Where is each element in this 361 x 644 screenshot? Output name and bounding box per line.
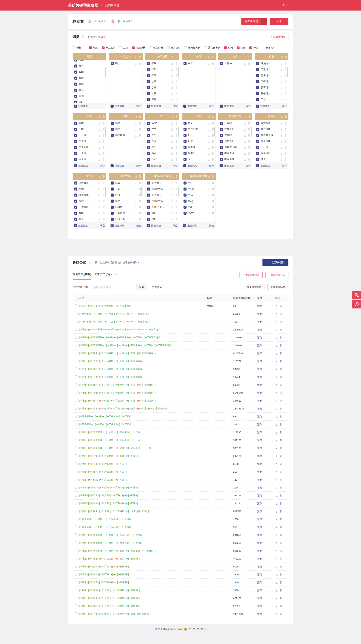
row-checkbox[interactable] [75,415,78,418]
preview-link[interactable]: 预览 [257,320,262,323]
word-item-checkbox[interactable] [74,82,77,86]
delete-icon[interactable] [212,152,214,154]
row-checkbox[interactable] [75,486,78,489]
clear-button[interactable]: 清空 [173,224,178,228]
delete-icon[interactable] [175,152,178,154]
search-button[interactable]: 搜索 [137,284,147,290]
word-item-checkbox[interactable] [147,158,150,161]
delete-icon[interactable] [139,122,141,124]
delete-icon[interactable] [280,494,282,497]
export-all-keywords-button[interactable]: 导出全部关键词 [262,259,288,266]
delete-icon[interactable] [280,344,282,347]
word-item-checkbox[interactable] [256,68,259,71]
row-checkbox[interactable] [75,565,78,568]
delete-icon[interactable] [284,140,287,142]
edit-icon[interactable] [171,86,173,89]
word-item-checkbox[interactable] [74,60,77,62]
edit-icon[interactable] [135,175,138,178]
edit-icon[interactable] [208,212,210,214]
delete-icon[interactable] [280,478,282,481]
word-item-checkbox[interactable] [111,134,114,137]
word-item-checkbox[interactable] [184,194,186,196]
word-item-checkbox[interactable] [256,152,259,155]
word-item-checkbox[interactable] [220,128,223,131]
word-item-checkbox[interactable] [256,92,259,95]
preview-link[interactable]: 预览 [257,344,262,347]
delete-icon[interactable] [248,56,250,58]
delete-icon[interactable] [102,188,105,190]
delete-icon[interactable] [280,566,282,568]
delete-icon[interactable] [102,194,105,196]
edit-icon[interactable] [275,486,278,489]
delete-icon[interactable] [280,558,282,560]
edit-icon[interactable] [171,134,173,136]
clear-button[interactable]: 清空 [136,104,141,108]
row-checkbox[interactable] [75,320,78,323]
delete-icon[interactable] [102,200,105,202]
delete-icon[interactable] [175,68,178,71]
edit-icon[interactable] [280,92,282,95]
preview-link[interactable]: 预览 [257,312,262,315]
row-checkbox[interactable] [75,446,78,449]
row-checkbox[interactable] [75,557,78,560]
word-item-checkbox[interactable] [147,182,150,184]
preview-link[interactable]: 预览 [257,360,262,363]
row-checkbox[interactable] [75,383,78,386]
delete-icon[interactable] [102,122,105,124]
word-item-checkbox[interactable] [220,152,223,155]
delete-icon[interactable] [175,80,178,83]
batch-add-button[interactable]: +批量添加 [74,104,88,108]
delete-icon[interactable] [175,140,178,142]
filter-checkbox-行业[interactable]: 行业 [249,46,258,50]
word-item-checkbox[interactable] [256,80,259,83]
delete-icon[interactable] [102,212,105,214]
edit-icon[interactable] [275,550,278,552]
edit-icon[interactable] [171,206,173,208]
delete-icon[interactable] [280,518,282,520]
row-checkbox[interactable] [75,526,78,528]
word-item-checkbox[interactable] [220,140,223,143]
delete-icon[interactable] [102,158,105,160]
row-checkbox[interactable] [75,431,78,433]
delete-icon[interactable] [139,206,141,208]
preview-link[interactable]: 预览 [257,612,262,616]
row-checkbox[interactable] [75,360,78,362]
clear-button[interactable]: 清空 [173,104,178,108]
delete-icon[interactable] [175,146,178,148]
reset-search-link[interactable]: 重置搜索 [152,286,162,289]
delete-icon[interactable] [248,146,250,148]
word-item-checkbox[interactable] [74,128,77,131]
clear-button[interactable]: 清空 [246,104,250,108]
word-item-checkbox[interactable] [184,134,186,137]
delete-icon[interactable] [280,392,282,394]
filter-checkbox-压力分类[interactable]: 压力分类 [167,46,180,50]
edit-icon[interactable] [208,182,210,184]
edit-icon[interactable] [275,360,278,362]
delete-icon[interactable] [280,376,282,378]
edit-icon[interactable] [280,152,282,154]
scrollbar-thumb[interactable] [142,187,142,196]
delete-icon[interactable] [280,312,282,315]
edit-icon[interactable] [134,218,137,220]
edit-icon[interactable] [275,542,278,544]
delete-icon[interactable] [280,589,282,592]
word-item-checkbox[interactable] [184,128,186,131]
row-checkbox[interactable] [75,502,78,504]
delete-icon[interactable] [280,336,282,339]
word-item-checkbox[interactable] [184,188,186,190]
filter-checkbox-通用形容词[interactable]: 通用形容词 [204,46,220,50]
word-item-checkbox[interactable] [184,152,186,155]
word-item-checkbox[interactable] [147,128,150,131]
preview-link[interactable]: 预览 [257,510,262,513]
delete-icon[interactable] [212,158,214,160]
word-item-checkbox[interactable] [147,74,150,77]
edit-icon[interactable] [280,68,282,71]
edit-icon[interactable] [280,74,282,77]
delete-icon[interactable] [175,206,178,208]
delete-icon[interactable] [212,134,214,136]
edit-icon[interactable] [171,218,173,220]
edit-icon[interactable] [171,140,173,142]
word-item-checkbox[interactable] [74,218,77,220]
delete-icon[interactable] [212,188,214,190]
word-item-checkbox[interactable] [147,194,150,196]
